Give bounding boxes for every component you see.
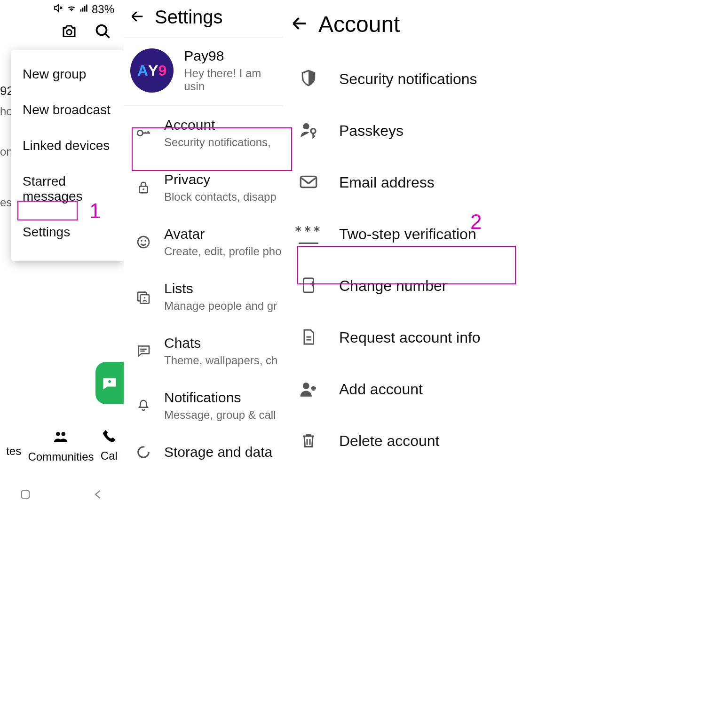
- row-label: Security notifications: [339, 70, 477, 88]
- settings-row-notifications[interactable]: Notifications Message, group & call: [124, 378, 283, 433]
- nav-calls-label: Cal: [101, 449, 118, 462]
- nav-calls[interactable]: Cal: [101, 429, 118, 463]
- row-title: Notifications: [164, 390, 276, 406]
- account-row-email[interactable]: Email address: [284, 157, 528, 208]
- password-icon: ***: [299, 224, 318, 244]
- row-title: Lists: [164, 281, 277, 297]
- svg-line-6: [105, 34, 110, 38]
- row-subtitle: Message, group & call: [164, 408, 276, 422]
- row-title: Account: [164, 117, 271, 133]
- settings-header: Settings: [124, 0, 283, 38]
- row-subtitle: Security notifications,: [164, 136, 271, 149]
- row-subtitle: Block contacts, disapp: [164, 190, 277, 204]
- key-icon: [135, 125, 152, 141]
- svg-point-7: [56, 432, 60, 436]
- settings-row-avatar[interactable]: Avatar Create, edit, profile pho: [124, 215, 283, 269]
- settings-screen: Settings AY9 Pay98 Hey there! I am usin …: [124, 0, 284, 508]
- svg-point-14: [141, 240, 142, 242]
- android-softkeys: [0, 488, 124, 503]
- menu-item-starred-messages[interactable]: Starred messages: [11, 164, 124, 214]
- account-row-add-account[interactable]: Add account: [284, 363, 528, 415]
- row-title: Avatar: [164, 226, 281, 242]
- communities-icon: [53, 429, 69, 447]
- account-row-passkeys[interactable]: Passkeys: [284, 105, 528, 157]
- account-screen: Account Security notifications Passkeys …: [284, 0, 528, 508]
- doc-icon: [299, 328, 318, 347]
- bottom-nav: x tes Communities Cal: [0, 429, 124, 463]
- chat-icon: [135, 344, 152, 359]
- svg-point-28: [303, 383, 309, 389]
- overflow-menu: New group New broadcast Linked devices S…: [11, 50, 124, 261]
- svg-rect-1: [82, 8, 84, 11]
- account-row-request-info[interactable]: Request account info: [284, 312, 528, 363]
- row-subtitle: Manage people and gr: [164, 299, 277, 313]
- status-bar: 83%: [0, 0, 124, 16]
- svg-rect-24: [301, 176, 316, 187]
- settings-row-storage[interactable]: Storage and data: [124, 433, 283, 471]
- bell-icon: [135, 399, 152, 413]
- row-subtitle: Create, edit, profile pho: [164, 245, 281, 258]
- menu-item-linked-devices[interactable]: Linked devices: [11, 128, 124, 164]
- menu-item-new-group[interactable]: New group: [11, 56, 124, 92]
- svg-point-10: [137, 130, 142, 135]
- settings-row-account[interactable]: Account Security notifications,: [124, 106, 283, 160]
- svg-point-21: [138, 447, 149, 458]
- battery-text: 83%: [92, 3, 114, 16]
- profile-row[interactable]: AY9 Pay98 Hey there! I am usin: [124, 38, 283, 106]
- shield-icon: [299, 69, 318, 89]
- new-chat-fab[interactable]: [95, 362, 124, 404]
- passkey-icon: [299, 121, 318, 141]
- annotation-step-2: 2: [470, 210, 482, 234]
- settings-row-privacy[interactable]: Privacy Block contacts, disapp: [124, 160, 283, 215]
- data-icon: [135, 445, 152, 459]
- back-icon[interactable]: [129, 8, 145, 26]
- menu-item-settings[interactable]: Settings: [11, 214, 124, 250]
- lock-icon: [135, 180, 152, 195]
- nav-communities[interactable]: Communities: [28, 429, 94, 463]
- svg-point-5: [97, 25, 107, 35]
- trash-icon: [299, 431, 318, 451]
- avatar-face-icon: [135, 235, 152, 250]
- account-title: Account: [318, 11, 400, 37]
- settings-row-lists[interactable]: Lists Manage people and gr: [124, 269, 283, 324]
- settings-row-chats[interactable]: Chats Theme, wallpapers, ch: [124, 324, 283, 378]
- row-label: Add account: [339, 381, 423, 398]
- profile-avatar: AY9: [130, 48, 174, 93]
- row-title: Storage and data: [164, 444, 272, 460]
- account-row-delete-account[interactable]: Delete account: [284, 415, 528, 467]
- account-row-change-number[interactable]: Change number: [284, 260, 528, 312]
- row-label: Delete account: [339, 432, 439, 450]
- svg-rect-17: [140, 295, 149, 304]
- row-title: Chats: [164, 335, 277, 351]
- svg-point-15: [144, 240, 146, 242]
- svg-rect-3: [86, 5, 87, 12]
- mute-icon: [53, 2, 63, 16]
- row-title: Privacy: [164, 172, 277, 188]
- nav-updates[interactable]: x tes: [6, 429, 21, 463]
- svg-point-4: [67, 30, 72, 35]
- row-label: Change number: [339, 277, 447, 295]
- search-icon[interactable]: [95, 23, 111, 42]
- svg-rect-0: [80, 9, 82, 12]
- back-key[interactable]: [92, 488, 105, 503]
- account-header: Account: [284, 0, 528, 53]
- profile-name: Pay98: [184, 48, 283, 64]
- nav-communities-label: Communities: [28, 450, 94, 463]
- annotation-step-1: 1: [89, 199, 101, 223]
- svg-point-23: [311, 129, 316, 133]
- row-label: Passkeys: [339, 122, 404, 140]
- svg-point-22: [303, 123, 309, 129]
- svg-point-8: [62, 432, 66, 436]
- back-icon[interactable]: [290, 14, 309, 35]
- account-row-security-notifications[interactable]: Security notifications: [284, 53, 528, 105]
- phone-icon: [102, 429, 117, 446]
- signal-icon: [79, 2, 89, 16]
- recent-apps-key[interactable]: [19, 488, 32, 503]
- svg-rect-2: [84, 6, 86, 12]
- svg-point-18: [144, 297, 145, 298]
- menu-item-new-broadcast[interactable]: New broadcast: [11, 92, 124, 128]
- camera-icon[interactable]: [61, 23, 78, 42]
- sim-icon: [299, 276, 318, 296]
- row-label: Request account info: [339, 329, 481, 346]
- account-row-two-step[interactable]: *** Two-step verification: [284, 208, 528, 260]
